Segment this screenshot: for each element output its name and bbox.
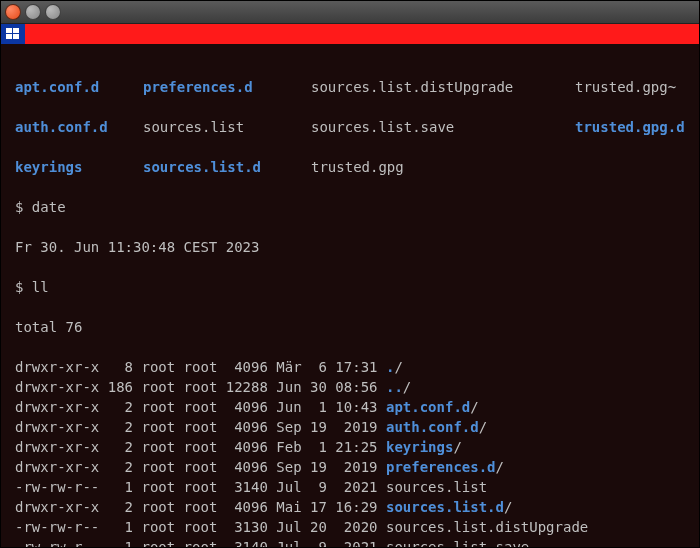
size: 3140 [226, 479, 268, 495]
size: 3130 [226, 519, 268, 535]
ls-row: auth.conf.dsources.listsources.list.save… [15, 117, 685, 137]
entry-name: sources.list.d [386, 499, 504, 515]
nlink: 186 [108, 379, 133, 395]
slash: / [504, 499, 512, 515]
dir-name: sources.list.d [143, 157, 311, 177]
entry-name: .. [386, 379, 403, 395]
perm: drwxr-xr-x [15, 379, 99, 395]
nlink: 8 [108, 359, 133, 375]
output-line: total 76 [15, 317, 685, 337]
ls-row: keyringssources.list.dtrusted.gpg [15, 157, 685, 177]
entry-name: apt.conf.d [386, 399, 470, 415]
entry-name: sources.list [386, 479, 487, 495]
file-name: sources.list.save [311, 117, 575, 137]
dir-name: apt.conf.d [15, 77, 143, 97]
svg-rect-1 [13, 28, 19, 33]
dir-name: keyrings [15, 157, 143, 177]
slash: / [479, 419, 487, 435]
size: 4096 [226, 459, 268, 475]
file-name: sources.list [143, 117, 311, 137]
owner: root root [141, 459, 217, 475]
entry-name: preferences.d [386, 459, 496, 475]
owner: root root [141, 419, 217, 435]
slash: / [394, 359, 402, 375]
date: Mai 17 16:29 [276, 499, 377, 515]
slash: / [403, 379, 411, 395]
app-menu-icon[interactable] [1, 24, 25, 44]
svg-rect-3 [13, 34, 19, 39]
date: Jul 20 2020 [276, 519, 377, 535]
entry-name: sources.list.distUpgrade [386, 519, 588, 535]
nlink: 1 [108, 479, 133, 495]
minimize-icon[interactable] [25, 4, 41, 20]
list-item: drwxr-xr-x 2 root root 4096 Jun 1 10:43 … [15, 397, 685, 417]
owner: root root [141, 359, 217, 375]
prompt: $ [15, 199, 32, 215]
owner: root root [141, 499, 217, 515]
nlink: 2 [108, 439, 133, 455]
prompt: $ [15, 279, 32, 295]
owner: root root [141, 539, 217, 548]
dir-name: preferences.d [143, 77, 311, 97]
command: ll [32, 279, 49, 295]
file-name: trusted.gpg [311, 157, 575, 177]
perm: -rw-rw-r-- [15, 539, 99, 548]
titlebar[interactable] [1, 1, 699, 24]
list-item: drwxr-xr-x 2 root root 4096 Mai 17 16:29… [15, 497, 685, 517]
perm: -rw-rw-r-- [15, 519, 99, 535]
slash: / [496, 459, 504, 475]
size: 4096 [226, 359, 268, 375]
owner: root root [141, 379, 217, 395]
entry-name: keyrings [386, 439, 453, 455]
maximize-icon[interactable] [45, 4, 61, 20]
date: Jul 9 2021 [276, 539, 377, 548]
slash: / [453, 439, 461, 455]
list-item: -rw-rw-r-- 1 root root 3140 Jul 9 2021 s… [15, 537, 685, 548]
list-item: drwxr-xr-x 2 root root 4096 Sep 19 2019 … [15, 417, 685, 437]
perm: -rw-rw-r-- [15, 479, 99, 495]
nlink: 2 [108, 499, 133, 515]
ls-row: apt.conf.dpreferences.dsources.list.dist… [15, 77, 685, 97]
nlink: 2 [108, 459, 133, 475]
slash: / [470, 399, 478, 415]
command: date [32, 199, 66, 215]
perm: drwxr-xr-x [15, 459, 99, 475]
terminal-window: apt.conf.dpreferences.dsources.list.dist… [0, 0, 700, 548]
nlink: 1 [108, 539, 133, 548]
date: Jun 30 08:56 [276, 379, 377, 395]
perm: drwxr-xr-x [15, 419, 99, 435]
list-item: drwxr-xr-x 8 root root 4096 Mär 6 17:31 … [15, 357, 685, 377]
nlink: 1 [108, 519, 133, 535]
prompt-line: $ date [15, 197, 685, 217]
date: Sep 19 2019 [276, 419, 377, 435]
perm: drwxr-xr-x [15, 499, 99, 515]
list-item: drwxr-xr-x 2 root root 4096 Sep 19 2019 … [15, 457, 685, 477]
perm: drwxr-xr-x [15, 359, 99, 375]
date: Feb 1 21:25 [276, 439, 377, 455]
entry-name: sources.list.save [386, 539, 529, 548]
file-name: trusted.gpg~ [575, 77, 685, 97]
dir-name: trusted.gpg.d [575, 117, 685, 137]
terminal-output[interactable]: apt.conf.dpreferences.dsources.list.dist… [1, 45, 699, 547]
prompt-line: $ ll [15, 277, 685, 297]
list-item: drwxr-xr-x 186 root root 12288 Jun 30 08… [15, 377, 685, 397]
size: 4096 [226, 499, 268, 515]
date: Mär 6 17:31 [276, 359, 377, 375]
owner: root root [141, 479, 217, 495]
svg-rect-0 [6, 28, 12, 33]
entry-name: auth.conf.d [386, 419, 479, 435]
file-name: sources.list.distUpgrade [311, 77, 575, 97]
owner: root root [141, 519, 217, 535]
perm: drwxr-xr-x [15, 399, 99, 415]
svg-rect-2 [6, 34, 12, 39]
date: Jul 9 2021 [276, 479, 377, 495]
list-item: drwxr-xr-x 2 root root 4096 Feb 1 21:25 … [15, 437, 685, 457]
size: 4096 [226, 419, 268, 435]
size: 3140 [226, 539, 268, 548]
perm: drwxr-xr-x [15, 439, 99, 455]
ll-listing: drwxr-xr-x 8 root root 4096 Mär 6 17:31 … [15, 357, 685, 548]
close-icon[interactable] [5, 4, 21, 20]
menubar [1, 24, 699, 44]
list-item: -rw-rw-r-- 1 root root 3130 Jul 20 2020 … [15, 517, 685, 537]
size: 4096 [226, 439, 268, 455]
